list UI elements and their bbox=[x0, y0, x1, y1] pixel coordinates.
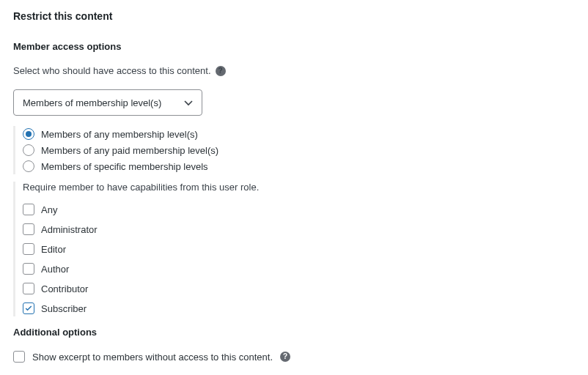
membership-radio-option[interactable]: Members of specific membership levels bbox=[23, 158, 575, 174]
membership-radio-option[interactable]: Members of any paid membership level(s) bbox=[23, 142, 575, 158]
checkbox-icon bbox=[23, 204, 34, 215]
additional-options-label: Additional options bbox=[13, 327, 575, 338]
membership-radio-group: Members of any membership level(s)Member… bbox=[13, 126, 575, 174]
role-label: Author bbox=[41, 264, 69, 275]
help-icon[interactable]: ? bbox=[216, 66, 226, 76]
radio-icon bbox=[23, 144, 34, 156]
role-checkbox-option[interactable]: Administrator bbox=[23, 221, 575, 237]
checkbox-icon bbox=[23, 283, 34, 294]
role-label: Subscriber bbox=[41, 303, 87, 314]
role-label: Contributor bbox=[41, 283, 88, 294]
role-checkbox-option[interactable]: Editor bbox=[23, 241, 575, 257]
checkbox-icon bbox=[23, 223, 34, 235]
radio-icon bbox=[23, 128, 34, 140]
role-checkbox-option[interactable]: Any bbox=[23, 201, 575, 218]
role-checkbox-option[interactable]: Contributor bbox=[23, 281, 575, 297]
radio-icon bbox=[23, 160, 34, 172]
role-checkbox-option[interactable]: Author bbox=[23, 261, 575, 277]
roles-heading: Require member to have capabilities from… bbox=[23, 182, 575, 193]
excerpt-label: Show excerpt to members without access t… bbox=[32, 352, 273, 363]
role-label: Editor bbox=[41, 244, 66, 255]
access-help-text: Select who should have access to this co… bbox=[13, 65, 211, 76]
chevron-down-icon bbox=[183, 97, 194, 108]
access-select-value: Members of membership level(s) bbox=[23, 97, 161, 108]
help-icon[interactable]: ? bbox=[280, 352, 290, 362]
panel-title: Restrict this content bbox=[13, 10, 575, 22]
checkbox-icon bbox=[23, 243, 34, 255]
checkbox-icon bbox=[23, 302, 34, 314]
radio-label: Members of any membership level(s) bbox=[41, 129, 198, 140]
membership-radio-option[interactable]: Members of any membership level(s) bbox=[23, 126, 575, 142]
roles-block: Require member to have capabilities from… bbox=[13, 182, 575, 316]
radio-label: Members of any paid membership level(s) bbox=[41, 145, 218, 156]
role-checkbox-option[interactable]: Subscriber bbox=[23, 300, 575, 316]
role-label: Administrator bbox=[41, 224, 98, 235]
excerpt-checkbox[interactable] bbox=[13, 351, 25, 363]
checkbox-icon bbox=[23, 263, 34, 275]
access-select[interactable]: Members of membership level(s) bbox=[13, 89, 202, 116]
role-label: Any bbox=[41, 204, 57, 215]
member-access-label: Member access options bbox=[13, 41, 575, 52]
radio-label: Members of specific membership levels bbox=[41, 161, 208, 172]
